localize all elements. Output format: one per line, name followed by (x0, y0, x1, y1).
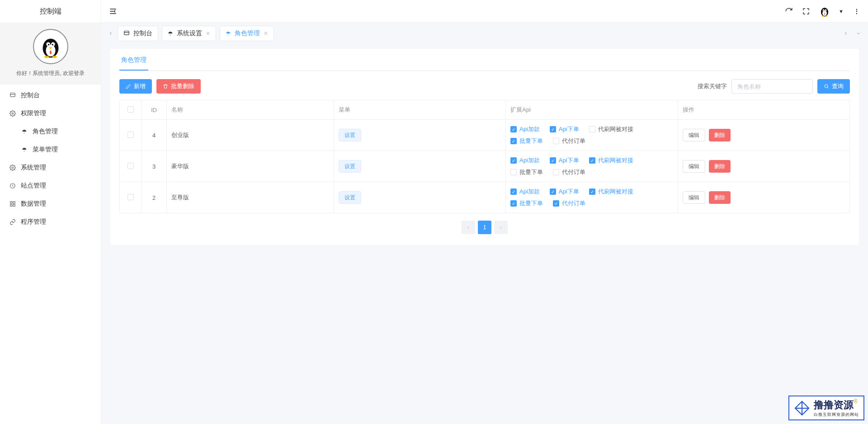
page-prev[interactable]: ‹ (462, 221, 475, 234)
sidebar-item-label: 角色管理 (33, 127, 58, 136)
more-icon[interactable]: ⋮ (852, 7, 861, 16)
api-label: 代付订单 (562, 168, 585, 176)
page-next[interactable]: › (494, 221, 508, 234)
api-checkbox-item[interactable]: ✓批量下单 (510, 137, 543, 145)
table-row: 4 创业版 设置 ✓Api加款✓Api下单代刷网被对接✓批量下单代付订单 编辑 … (120, 120, 850, 151)
api-checkbox-item[interactable]: ✓代刷网被对接 (589, 188, 633, 196)
api-label: 代付订单 (562, 137, 585, 145)
gear-icon (9, 110, 16, 117)
user-dropdown-icon[interactable]: ▼ (839, 9, 844, 14)
checkbox-icon: ✓ (510, 188, 517, 195)
api-checkbox-item[interactable]: ✓代刷网被对接 (589, 156, 633, 165)
watermark-sub: 白撸互联网资源的网站 (814, 412, 859, 418)
checkbox-icon (510, 169, 517, 175)
col-op: 操作 (678, 100, 850, 120)
sidebar-item-权限管理[interactable]: 权限管理 (0, 104, 101, 122)
api-checkbox-item[interactable]: ✓Api加款 (510, 156, 540, 165)
api-label: Api下单 (559, 156, 579, 165)
edit-button[interactable]: 编辑 (683, 191, 705, 204)
gear-icon (9, 164, 16, 171)
col-menu: 菜单 (334, 100, 506, 120)
sidebar-subitem-菜单管理[interactable]: ☂菜单管理 (0, 141, 101, 159)
checkbox-icon (553, 138, 559, 144)
close-icon[interactable]: ✕ (206, 30, 210, 37)
search-input[interactable] (731, 79, 813, 94)
card-tab-role[interactable]: 角色管理 (119, 56, 148, 71)
sidebar: 控制端 你好！系统管理员, 欢迎登录 控制台权限管理☂角色管理☂菜单管理系统管理… (0, 0, 101, 424)
page-current[interactable]: 1 (478, 221, 491, 234)
sidebar-item-数据管理[interactable]: 数据管理 (0, 195, 101, 213)
grid-icon (9, 200, 16, 207)
svg-rect-13 (10, 202, 12, 203)
fullscreen-icon[interactable] (802, 7, 811, 16)
tabs-dropdown-icon[interactable] (854, 27, 863, 40)
side-menu: 控制台权限管理☂角色管理☂菜单管理系统管理站点管理数据管理程序管理 (0, 85, 101, 231)
row-checkbox[interactable] (127, 132, 134, 138)
tabs-next-icon[interactable] (841, 27, 851, 40)
edit-button[interactable]: 编辑 (683, 129, 705, 141)
app-title: 控制端 (0, 0, 101, 23)
api-checkbox-item[interactable]: 批量下单 (510, 168, 543, 176)
menu-config-button[interactable]: 设置 (339, 160, 361, 173)
close-icon[interactable]: ✕ (264, 30, 268, 37)
api-checkbox-item[interactable]: ✓Api下单 (550, 188, 579, 196)
cell-id: 4 (142, 120, 167, 151)
link-icon (9, 218, 16, 226)
sidebar-item-系统管理[interactable]: 系统管理 (0, 159, 101, 177)
table-row: 3 豪华版 设置 ✓Api加款✓Api下单✓代刷网被对接批量下单代付订单 编辑 … (120, 151, 850, 182)
svg-rect-14 (13, 202, 15, 203)
checkbox-icon: ✓ (510, 200, 517, 207)
sidebar-item-label: 权限管理 (21, 109, 46, 118)
delete-button[interactable]: 删除 (709, 191, 731, 204)
svg-rect-15 (10, 204, 12, 206)
tabs: 控制台☂系统设置✕☂角色管理✕ (118, 26, 274, 41)
menu-config-button[interactable]: 设置 (339, 191, 361, 204)
checkbox-icon: ✓ (553, 200, 559, 207)
api-checkbox-item[interactable]: ✓Api下单 (550, 156, 579, 165)
api-label: 代刷网被对接 (598, 188, 633, 196)
header: ▼ ⋮ (101, 0, 868, 23)
menu-toggle-icon[interactable] (108, 7, 118, 16)
delete-button[interactable]: 删除 (709, 160, 731, 173)
search-button[interactable]: 查询 (817, 79, 850, 94)
tab-角色管理[interactable]: ☂角色管理✕ (220, 26, 274, 41)
api-checkbox-item[interactable]: ✓代付订单 (553, 199, 585, 207)
sidebar-item-站点管理[interactable]: 站点管理 (0, 177, 101, 195)
row-checkbox[interactable] (127, 194, 134, 200)
tab-label: 系统设置 (177, 29, 202, 38)
select-all-checkbox[interactable] (127, 106, 134, 113)
sidebar-item-控制台[interactable]: 控制台 (0, 86, 101, 104)
api-checkbox-item[interactable]: ✓Api下单 (550, 125, 579, 133)
svg-point-10 (12, 113, 14, 114)
sidebar-item-label: 数据管理 (21, 200, 46, 208)
api-checkbox-item[interactable]: 代付订单 (553, 168, 585, 176)
refresh-icon[interactable] (784, 7, 793, 16)
sidebar-item-程序管理[interactable]: 程序管理 (0, 213, 101, 231)
checkbox-icon: ✓ (589, 188, 595, 195)
search-button-label: 查询 (832, 82, 844, 90)
watermark-title: 撸撸资源 (814, 399, 854, 410)
api-checkbox-item[interactable]: ✓Api加款 (510, 125, 540, 133)
api-label: 批量下单 (519, 199, 543, 207)
api-label: 代刷网被对接 (598, 156, 633, 165)
tab-系统设置[interactable]: ☂系统设置✕ (162, 26, 216, 41)
svg-rect-8 (10, 93, 15, 97)
sidebar-subitem-角色管理[interactable]: ☂角色管理 (0, 122, 101, 141)
tabs-prev-icon[interactable] (106, 27, 116, 40)
checkbox-icon: ✓ (510, 157, 517, 164)
api-checkbox-item[interactable]: ✓Api加款 (510, 188, 540, 196)
row-checkbox[interactable] (127, 163, 134, 169)
clock-icon (9, 182, 16, 189)
tab-控制台[interactable]: 控制台 (118, 26, 158, 41)
umbrella-icon: ☂ (22, 128, 29, 135)
api-checkbox-item[interactable]: 代刷网被对接 (589, 125, 633, 133)
edit-button[interactable]: 编辑 (683, 160, 705, 173)
header-avatar[interactable] (819, 5, 830, 17)
api-checkbox-item[interactable]: 代付订单 (553, 137, 585, 145)
api-checkbox-item[interactable]: ✓批量下单 (510, 199, 543, 207)
add-button[interactable]: 新增 (119, 79, 152, 94)
batch-delete-button[interactable]: 批量删除 (156, 79, 201, 94)
delete-button[interactable]: 删除 (709, 129, 731, 141)
svg-point-11 (12, 167, 14, 169)
menu-config-button[interactable]: 设置 (339, 129, 361, 141)
